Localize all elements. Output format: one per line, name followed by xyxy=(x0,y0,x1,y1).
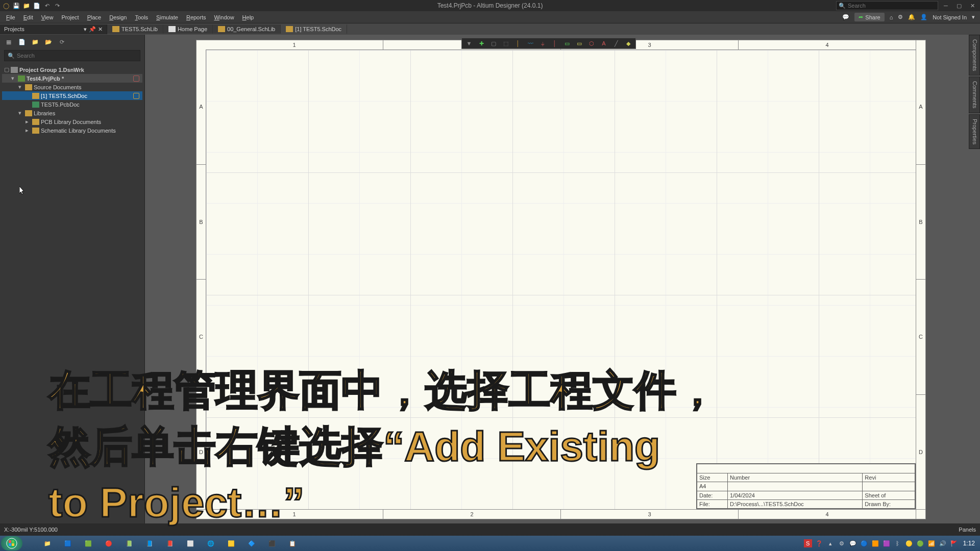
tray-bluetooth[interactable]: ᛒ xyxy=(894,539,902,547)
task-app5[interactable]: 🔷 xyxy=(242,537,261,550)
refresh-icon[interactable]: ⟳ xyxy=(57,37,66,46)
menu-file[interactable]: File xyxy=(2,13,19,21)
tree-schdoc[interactable]: [1] TEST5.SchDoc xyxy=(2,91,142,100)
task-app6[interactable]: ⬛ xyxy=(262,537,282,550)
panel-pin-icon[interactable]: 📌 xyxy=(89,26,96,33)
save-icon[interactable]: 💾 xyxy=(12,2,20,10)
tab-schdoc[interactable]: [1] TEST5.SchDoc xyxy=(281,24,347,34)
search-input[interactable] xyxy=(848,3,919,9)
compile-all-icon[interactable]: 📂 xyxy=(44,37,53,46)
place-text-icon[interactable]: A xyxy=(599,39,609,48)
new-project-icon[interactable]: ▦ xyxy=(4,37,13,46)
menu-window[interactable]: Window xyxy=(210,13,238,21)
menu-edit[interactable]: Edit xyxy=(19,13,37,21)
task-word[interactable]: 📘 xyxy=(140,537,159,550)
task-browser[interactable]: 🌐 xyxy=(201,537,220,550)
tray-icon7[interactable]: 🟢 xyxy=(916,539,924,547)
tab-schlib[interactable]: TEST5.SchLib xyxy=(107,24,163,34)
user-icon[interactable]: 👤 xyxy=(920,14,927,20)
tree-sch-lib[interactable]: ▸Schematic Library Documents xyxy=(2,126,142,135)
close-button[interactable]: ✕ xyxy=(967,2,978,10)
task-explorer[interactable]: 📁 xyxy=(38,537,57,550)
tree-pcbdoc[interactable]: TEST5.PcbDoc xyxy=(2,100,142,109)
tree-libraries[interactable]: ▾Libraries xyxy=(2,109,142,117)
minimize-button[interactable]: ─ xyxy=(940,2,951,10)
side-tab-comments[interactable]: Comments xyxy=(969,77,980,113)
place-gnd-icon[interactable]: ⏚ xyxy=(537,39,548,48)
task-app7[interactable]: 📋 xyxy=(283,537,302,550)
menu-simulate[interactable]: Simulate xyxy=(152,13,182,21)
projects-search-input[interactable] xyxy=(17,53,137,59)
tray-help[interactable]: ❓ xyxy=(815,539,823,547)
tray-icon6[interactable]: 🟡 xyxy=(905,539,913,547)
menu-project[interactable]: Project xyxy=(57,13,83,21)
tree-project[interactable]: ▾Test4.PrjPcb * xyxy=(2,74,142,83)
smart-paste-icon[interactable]: ◆ xyxy=(623,39,633,48)
global-search[interactable]: 🔍 xyxy=(836,1,938,10)
tree-pcb-lib[interactable]: ▸PCB Library Documents xyxy=(2,117,142,126)
settings-icon[interactable]: ⚙ xyxy=(898,14,903,20)
place-part-icon[interactable]: ▢ xyxy=(488,39,499,48)
tray-icon3[interactable]: 🔵 xyxy=(860,539,868,547)
place-note-icon[interactable]: ▭ xyxy=(574,39,584,48)
place-wire-icon[interactable]: │ xyxy=(513,39,523,48)
menu-tools[interactable]: Tools xyxy=(131,13,152,21)
menu-reports[interactable]: Reports xyxy=(182,13,210,21)
notifications-icon[interactable]: 🔔 xyxy=(908,14,915,20)
task-excel[interactable]: 📗 xyxy=(119,537,139,550)
tray-volume[interactable]: 🔊 xyxy=(939,539,947,547)
task-wechat[interactable]: 🟩 xyxy=(79,537,98,550)
filter-icon[interactable]: ▼ xyxy=(464,39,474,48)
tray-flag[interactable]: 🚩 xyxy=(950,539,958,547)
side-tab-properties[interactable]: Properties xyxy=(969,114,980,149)
tray-network[interactable]: 📶 xyxy=(927,539,936,547)
new-icon[interactable]: 📄 xyxy=(33,2,41,10)
tray-icon2[interactable]: 💬 xyxy=(849,539,857,547)
panel-drop-icon[interactable]: ▾ xyxy=(84,26,87,33)
home-icon[interactable]: ⌂ xyxy=(890,14,893,20)
compile-icon[interactable]: 📁 xyxy=(31,37,40,46)
tree-group[interactable]: ▢Project Group 1.DsnWrk xyxy=(2,65,142,74)
tray-up-icon[interactable]: ▴ xyxy=(826,539,835,547)
menu-view[interactable]: View xyxy=(37,13,58,21)
panels-button[interactable]: Panels xyxy=(959,527,976,533)
place-cross-icon[interactable]: ✚ xyxy=(476,39,486,48)
place-directive-icon[interactable]: ⬡ xyxy=(586,39,597,48)
menu-help[interactable]: Help xyxy=(238,13,258,21)
tab-general-schlib[interactable]: 00_General.SchLib xyxy=(213,24,281,34)
signin-dropdown-icon[interactable]: ▾ xyxy=(972,14,975,20)
place-bus-icon[interactable]: 〰 xyxy=(525,39,535,48)
tab-home[interactable]: Home Page xyxy=(163,24,213,34)
comment-icon[interactable]: 💬 xyxy=(842,14,849,20)
panel-close-icon[interactable]: ✕ xyxy=(98,26,103,33)
tray-icon4[interactable]: 🟧 xyxy=(871,539,879,547)
open-icon[interactable]: 📁 xyxy=(22,2,31,10)
tray-ime[interactable]: S xyxy=(804,539,812,547)
menu-place[interactable]: Place xyxy=(83,13,106,21)
signin-label[interactable]: Not Signed In xyxy=(933,14,967,20)
projects-search[interactable]: 🔍 xyxy=(4,50,140,61)
maximize-button[interactable]: ▢ xyxy=(953,2,965,10)
doc-badge xyxy=(133,93,139,99)
undo-icon[interactable]: ↶ xyxy=(43,2,51,10)
menu-design[interactable]: Design xyxy=(105,13,131,21)
task-pdf[interactable]: 📕 xyxy=(160,537,180,550)
start-button[interactable] xyxy=(1,536,22,550)
redo-icon[interactable]: ↷ xyxy=(53,2,61,10)
side-tab-components[interactable]: Components xyxy=(969,35,980,76)
share-button[interactable]: ➦Share xyxy=(854,13,884,21)
place-power-icon[interactable]: │ xyxy=(550,39,560,48)
place-line-icon[interactable]: ╱ xyxy=(611,39,621,48)
task-app4[interactable]: 🟨 xyxy=(222,537,241,550)
tray-clock[interactable]: 1:12 xyxy=(961,540,977,547)
open-project-icon[interactable]: 📄 xyxy=(17,37,27,46)
tray-icon1[interactable]: ⚙ xyxy=(838,539,846,547)
place-port-icon[interactable]: ⬚ xyxy=(501,39,511,48)
tray-icon5[interactable]: 🟪 xyxy=(883,539,891,547)
task-app3[interactable]: ⬜ xyxy=(181,537,200,550)
tree-source-docs[interactable]: ▾Source Documents xyxy=(2,83,142,91)
task-app2[interactable]: 🔴 xyxy=(99,537,118,550)
task-app1[interactable]: 🟦 xyxy=(58,537,78,550)
projects-toolbar: ▦ 📄 📁 📂 ⟳ xyxy=(0,35,144,49)
place-net-icon[interactable]: ▭ xyxy=(562,39,572,48)
